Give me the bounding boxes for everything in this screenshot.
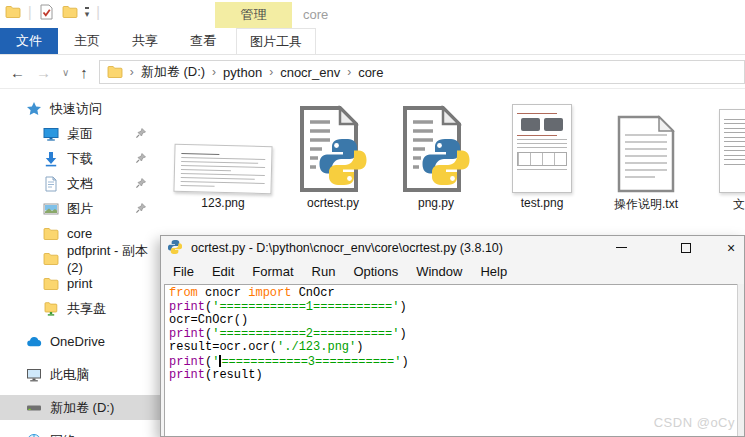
pin-icon	[135, 202, 147, 217]
idle-titlebar[interactable]: ocrtest.py - D:\python\cnocr_env\core\oc…	[161, 236, 744, 259]
menu-file[interactable]: File	[164, 264, 203, 279]
breadcrumb-item[interactable]: 新加卷 (D:)	[141, 63, 205, 81]
code-line: print(result)	[169, 369, 740, 383]
pin-icon	[135, 177, 147, 192]
code-line: result=ocr.ocr('./123.png')	[169, 341, 740, 355]
folder-icon[interactable]	[5, 4, 21, 20]
folder-icon	[43, 251, 59, 267]
image-thumbnail	[168, 97, 278, 193]
tab-home[interactable]: 主页	[58, 28, 116, 54]
forward-icon[interactable]: →	[36, 64, 51, 81]
shared-folder-icon	[43, 301, 59, 317]
code-line: print('============3===========')	[169, 355, 740, 370]
breadcrumb-separator-icon: ›	[269, 65, 273, 79]
sidebar-item-label: 快速访问	[50, 100, 102, 118]
file-item-operation-notes-txt[interactable]: 操作说明.txt	[591, 97, 701, 213]
tab-picture-tools[interactable]: 图片工具	[236, 28, 316, 54]
manage-tab-header[interactable]: 管理	[215, 2, 292, 28]
breadcrumb-item[interactable]: python	[223, 65, 262, 80]
pin-icon	[135, 152, 147, 167]
image-thumbnail	[690, 97, 745, 193]
text-file-icon	[591, 97, 701, 193]
file-label: ocrtest.py	[278, 196, 388, 210]
image-thumbnail	[487, 97, 597, 193]
breadcrumb-item[interactable]: cnocr_env	[280, 65, 340, 80]
document-icon	[43, 176, 59, 192]
cloud-icon	[26, 334, 42, 350]
sidebar-item-desktop[interactable]: 桌面	[0, 121, 160, 146]
file-label: png.py	[381, 196, 491, 210]
desktop-icon	[43, 126, 59, 142]
menu-help[interactable]: Help	[471, 264, 516, 279]
address-bar[interactable]: ›新加卷 (D:)›python›cnocr_env›core	[99, 60, 745, 84]
idle-window-title: ocrtest.py - D:\python\cnocr_env\core\oc…	[191, 241, 503, 255]
file-label: test.png	[487, 196, 597, 210]
menu-edit[interactable]: Edit	[203, 264, 243, 279]
menu-run[interactable]: Run	[303, 264, 345, 279]
idle-editor-window: ocrtest.py - D:\python\cnocr_env\core\oc…	[160, 235, 745, 437]
sidebar-item-downloads[interactable]: 下载	[0, 146, 160, 171]
file-item-test-png[interactable]: test.png	[487, 97, 597, 210]
tab-file[interactable]: 文件	[0, 28, 58, 54]
folder-icon[interactable]	[62, 4, 78, 20]
minimize-icon	[616, 247, 627, 249]
file-label: 123.png	[168, 196, 278, 210]
close-icon: ×	[727, 241, 735, 255]
menu-options[interactable]: Options	[344, 264, 407, 279]
code-line: print('============2===========')	[169, 328, 740, 342]
network-icon	[26, 433, 42, 437]
sidebar-item-print[interactable]: print	[0, 271, 160, 296]
explorer-titlebar: |▾| 管理 core	[0, 0, 745, 28]
toolbar-separator: |	[96, 4, 100, 20]
breadcrumb-separator-icon: ›	[347, 65, 351, 79]
back-icon[interactable]: ←	[10, 64, 25, 81]
code-editor[interactable]: from cnocr import CnOcrprint('==========…	[164, 284, 741, 436]
sidebar-item-shared-drive[interactable]: 共享盘	[0, 296, 160, 321]
address-folder-icon	[107, 64, 123, 80]
file-item-wenzi-partial[interactable]: 文字	[690, 97, 745, 213]
sidebar-item-label: 共享盘	[67, 300, 106, 318]
breadcrumb-separator-icon: ›	[212, 65, 216, 79]
sidebar-item-onedrive[interactable]: OneDrive	[0, 329, 160, 354]
scrollbar[interactable]	[737, 284, 744, 436]
sidebar-item-new-volume-d[interactable]: 新加卷 (D:)	[0, 395, 160, 420]
minimize-button[interactable]	[604, 236, 638, 259]
code-line: ocr=CnOcr()	[169, 314, 740, 328]
menu-window[interactable]: Window	[407, 264, 471, 279]
file-item-png-py[interactable]: png.py	[381, 97, 491, 210]
watermark: CSDN @oCy	[654, 415, 735, 430]
tab-share[interactable]: 共享	[116, 28, 174, 54]
file-item-123-png[interactable]: 123.png	[168, 97, 278, 210]
checked-document-icon[interactable]	[39, 4, 55, 20]
file-item-ocrtest-py[interactable]: ocrtest.py	[278, 97, 388, 210]
sidebar-item-pictures[interactable]: 图片	[0, 196, 160, 221]
sidebar-item-network[interactable]: 网络	[0, 428, 160, 437]
close-button[interactable]: ×	[714, 236, 745, 259]
history-dropdown-icon[interactable]: ∨	[62, 67, 69, 78]
up-icon[interactable]: ↑	[80, 64, 88, 81]
maximize-icon	[681, 243, 691, 253]
menu-format[interactable]: Format	[243, 264, 302, 279]
explorer-window-title: core	[303, 7, 328, 22]
idle-menubar: FileEditFormatRunOptionsWindowHelp	[161, 259, 744, 284]
python-file-icon	[381, 97, 491, 193]
sidebar-item-label: 图片	[67, 200, 93, 218]
sidebar-item-this-pc[interactable]: 此电脑	[0, 362, 160, 387]
toolbar-dropdown-icon[interactable]: ▾	[85, 7, 90, 18]
maximize-button[interactable]	[669, 236, 703, 259]
download-icon	[43, 151, 59, 167]
ribbon-tabs: 文件主页共享查看图片工具	[0, 28, 745, 55]
sidebar-item-pdfprint-copy-2[interactable]: pdfprint - 副本 (2)	[0, 246, 160, 271]
breadcrumb-item[interactable]: core	[358, 65, 383, 80]
sidebar-item-label: 下载	[67, 150, 93, 168]
sidebar-item-documents[interactable]: 文档	[0, 171, 160, 196]
sidebar-item-label: 新加卷 (D:)	[50, 399, 114, 417]
tab-view[interactable]: 查看	[174, 28, 232, 54]
sidebar-item-quick-access[interactable]: 快速访问	[0, 96, 160, 121]
python-file-icon	[278, 97, 388, 193]
picture-icon	[43, 201, 59, 217]
sidebar-item-label: 此电脑	[50, 366, 89, 384]
python-file-icon	[168, 240, 184, 256]
sidebar-item-label: OneDrive	[50, 334, 105, 349]
file-label: 文字	[690, 196, 745, 213]
